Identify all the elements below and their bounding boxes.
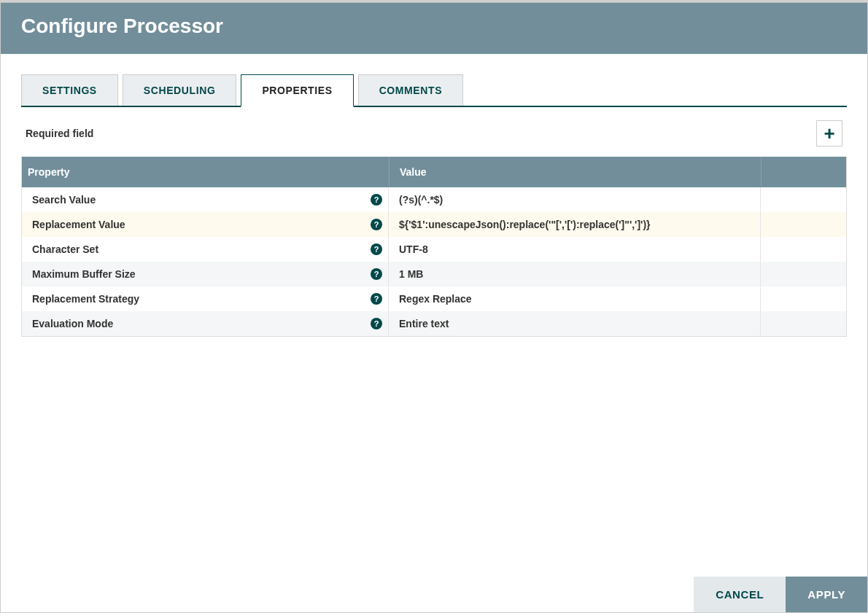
tab-comments[interactable]: COMMENTS xyxy=(358,74,463,106)
configure-processor-dialog: Configure Processor SETTINGS SCHEDULING … xyxy=(0,0,868,613)
dialog-body: SETTINGS SCHEDULING PROPERTIES COMMENTS … xyxy=(1,54,867,577)
value-cell[interactable]: Regex Replace xyxy=(389,286,761,311)
table-row[interactable]: Replacement Strategy?Regex Replace xyxy=(22,286,846,311)
value-cell[interactable]: Entire text xyxy=(389,311,761,336)
property-name: Character Set xyxy=(32,243,98,255)
table-row[interactable]: Character Set?UTF-8 xyxy=(22,237,846,262)
help-icon[interactable]: ? xyxy=(371,219,382,230)
property-cell: Search Value? xyxy=(22,187,389,212)
dialog-title: Configure Processor xyxy=(1,3,867,54)
table-row[interactable]: Replacement Value?${'$1':unescapeJson():… xyxy=(22,212,846,237)
property-name: Maximum Buffer Size xyxy=(32,268,136,280)
tab-properties[interactable]: PROPERTIES xyxy=(241,74,353,107)
extra-cell xyxy=(761,286,846,311)
value-cell[interactable]: UTF-8 xyxy=(389,237,761,262)
plus-icon: + xyxy=(824,124,834,143)
extra-cell xyxy=(761,237,846,262)
extra-cell xyxy=(761,262,846,286)
required-field-label: Required field xyxy=(26,128,93,139)
property-cell: Replacement Value? xyxy=(22,212,389,237)
required-field-row: Required field + xyxy=(21,107,847,157)
property-name: Search Value xyxy=(32,194,96,206)
property-cell: Evaluation Mode? xyxy=(22,311,389,336)
apply-button[interactable]: APPLY xyxy=(786,577,867,612)
table-row[interactable]: Evaluation Mode?Entire text xyxy=(22,311,846,336)
value-cell[interactable]: ${'$1':unescapeJson():replace('"[','['):… xyxy=(389,212,761,237)
table-body: Search Value?(?s)(^.*$)Replacement Value… xyxy=(22,187,846,336)
add-property-button[interactable]: + xyxy=(816,120,842,147)
header-value: Value xyxy=(389,157,761,187)
tab-settings[interactable]: SETTINGS xyxy=(21,74,118,106)
tabs: SETTINGS SCHEDULING PROPERTIES COMMENTS xyxy=(21,74,847,107)
help-icon[interactable]: ? xyxy=(371,293,382,305)
property-cell: Replacement Strategy? xyxy=(22,286,389,311)
header-property: Property xyxy=(22,157,389,187)
properties-table: Property Value Search Value?(?s)(^.*$)Re… xyxy=(21,157,847,337)
property-cell: Maximum Buffer Size? xyxy=(22,262,389,286)
value-cell[interactable]: 1 MB xyxy=(389,262,761,286)
property-name: Replacement Value xyxy=(32,219,125,230)
tab-scheduling[interactable]: SCHEDULING xyxy=(123,74,237,106)
property-name: Replacement Strategy xyxy=(32,293,139,305)
table-row[interactable]: Maximum Buffer Size?1 MB xyxy=(22,262,846,286)
property-cell: Character Set? xyxy=(22,237,389,262)
property-name: Evaluation Mode xyxy=(32,318,113,329)
dialog-footer: CANCEL APPLY xyxy=(1,577,867,612)
table-header: Property Value xyxy=(22,157,846,187)
help-icon[interactable]: ? xyxy=(371,318,382,329)
help-icon[interactable]: ? xyxy=(371,268,382,280)
extra-cell xyxy=(761,212,846,237)
extra-cell xyxy=(761,187,846,212)
help-icon[interactable]: ? xyxy=(371,194,382,206)
help-icon[interactable]: ? xyxy=(371,243,382,255)
cancel-button[interactable]: CANCEL xyxy=(694,577,786,612)
extra-cell xyxy=(761,311,846,336)
header-extra xyxy=(761,157,846,187)
value-cell[interactable]: (?s)(^.*$) xyxy=(389,187,761,212)
table-row[interactable]: Search Value?(?s)(^.*$) xyxy=(22,187,846,212)
